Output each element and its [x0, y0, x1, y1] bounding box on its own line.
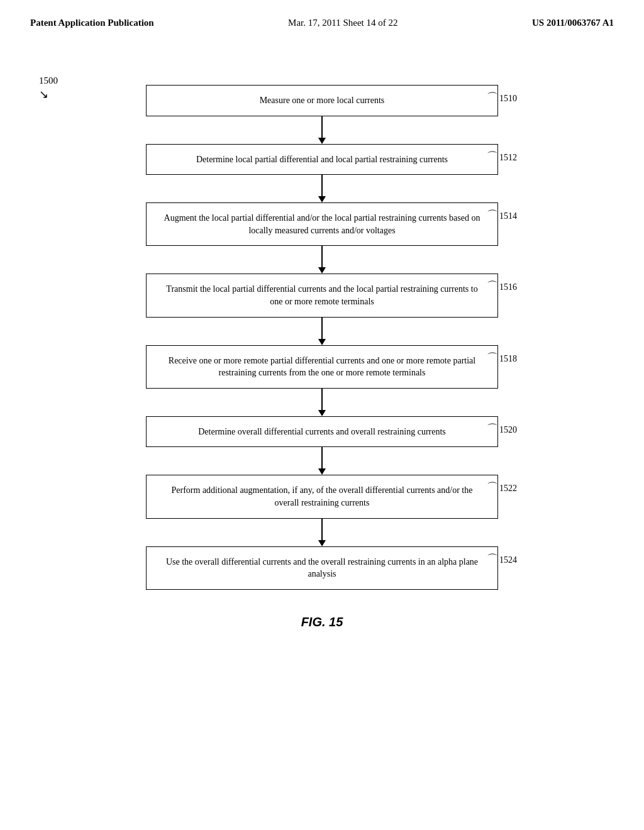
step-1524-text: Use the overall differential currents an… — [166, 557, 478, 579]
step-1516-box: Transmit the local partial differential … — [146, 274, 498, 317]
curve-icon-1520: ⌒ — [487, 421, 498, 436]
header: Patent Application Publication Mar. 17, … — [0, 0, 644, 28]
curve-icon-1512: ⌒ — [487, 149, 498, 164]
step-1524-row: Use the overall differential currents an… — [102, 546, 542, 590]
arrow-head — [318, 468, 326, 475]
step-1510-text: Measure one or more local currents — [260, 96, 385, 105]
header-left: Patent Application Publication — [30, 18, 154, 28]
step-1514-row: Augment the local partial differential a… — [102, 202, 542, 246]
step-1524-id: 1524 — [499, 555, 517, 565]
step-1512-text: Determine local partial differential and… — [196, 155, 448, 164]
curve-icon-1518: ⌒ — [487, 350, 498, 365]
step-1518-box: Receive one or more remote partial diffe… — [146, 345, 498, 389]
arrow-head — [318, 196, 326, 202]
step-1514-id: 1514 — [499, 211, 517, 221]
header-right: US 2011/0063767 A1 — [532, 18, 614, 28]
step-1522-label: ⌒ 1522 — [487, 481, 517, 496]
step-1514-label: ⌒ 1514 — [487, 209, 517, 224]
step-1518-label: ⌒ 1518 — [487, 351, 517, 367]
arrow-1510-1512 — [318, 116, 326, 144]
curve-icon-1514: ⌒ — [487, 208, 498, 223]
step-1518-text: Receive one or more remote partial diffe… — [169, 356, 475, 378]
arrow-head — [318, 410, 326, 416]
step-1520-id: 1520 — [499, 425, 517, 435]
step-1522-text: Perform additional augmentation, if any,… — [172, 485, 473, 507]
curve-icon-1510: ⌒ — [487, 90, 498, 105]
step-1518-row: Receive one or more remote partial diffe… — [102, 345, 542, 389]
header-center: Mar. 17, 2011 Sheet 14 of 22 — [288, 18, 397, 28]
step-1524-label: ⌒ 1524 — [487, 553, 517, 568]
figure-caption: FIG. 15 — [301, 615, 343, 629]
arrow-head — [318, 267, 326, 274]
step-1520-box: Determine overall differential currents … — [146, 416, 498, 448]
step-1512-box: Determine local partial differential and… — [146, 144, 498, 175]
arrow-1514-1516 — [318, 246, 326, 274]
arrow-line — [321, 318, 323, 339]
step-1516-row: Transmit the local partial differential … — [102, 274, 542, 317]
step-1512-row: Determine local partial differential and… — [102, 144, 542, 175]
arrow-1512-1514 — [318, 175, 326, 202]
step-1522-row: Perform additional augmentation, if any,… — [102, 475, 542, 518]
curve-icon-1516: ⌒ — [487, 279, 498, 294]
arrow-1522-1524 — [318, 519, 326, 546]
arrow-line — [321, 447, 323, 468]
arrow-head — [318, 339, 326, 345]
page: Patent Application Publication Mar. 17, … — [0, 0, 644, 830]
step-1520-label: ⌒ 1520 — [487, 423, 517, 438]
arrow-curve-icon: ↘ — [39, 87, 48, 101]
step-1516-id: 1516 — [499, 282, 517, 292]
arrow-1518-1520 — [318, 389, 326, 416]
arrow-line — [321, 246, 323, 267]
step-1510-id: 1510 — [499, 94, 517, 104]
curve-icon-1522: ⌒ — [487, 480, 498, 495]
diagram-label: 1500 ↘ — [39, 75, 58, 101]
step-1514-text: Augment the local partial differential a… — [164, 213, 480, 235]
curve-icon-1524: ⌒ — [487, 551, 498, 567]
step-1514-box: Augment the local partial differential a… — [146, 202, 498, 246]
arrow-line — [321, 175, 323, 196]
step-1510-row: Measure one or more local currents ⌒ 151… — [102, 85, 542, 116]
arrow-line — [321, 519, 323, 540]
step-1520-row: Determine overall differential currents … — [102, 416, 542, 448]
step-1522-id: 1522 — [499, 484, 517, 494]
step-1524-box: Use the overall differential currents an… — [146, 546, 498, 590]
step-1518-id: 1518 — [499, 354, 517, 364]
step-1520-text: Determine overall differential currents … — [198, 427, 446, 436]
diagram-id: 1500 — [39, 75, 58, 86]
step-1516-label: ⌒ 1516 — [487, 280, 517, 295]
arrow-head — [318, 540, 326, 546]
step-1510-label: ⌒ 1510 — [487, 91, 517, 106]
step-1516-text: Transmit the local partial differential … — [166, 284, 477, 306]
flowchart: Measure one or more local currents ⌒ 151… — [102, 85, 542, 590]
main-content: 1500 ↘ Measure one or more local current… — [0, 28, 644, 629]
arrow-head — [318, 138, 326, 144]
arrow-1516-1518 — [318, 318, 326, 345]
arrow-line — [321, 389, 323, 410]
arrow-1520-1522 — [318, 447, 326, 475]
step-1512-id: 1512 — [499, 153, 517, 163]
step-1512-label: ⌒ 1512 — [487, 150, 517, 165]
step-1522-box: Perform additional augmentation, if any,… — [146, 475, 498, 518]
arrow-line — [321, 116, 323, 138]
step-1510-box: Measure one or more local currents — [146, 85, 498, 116]
